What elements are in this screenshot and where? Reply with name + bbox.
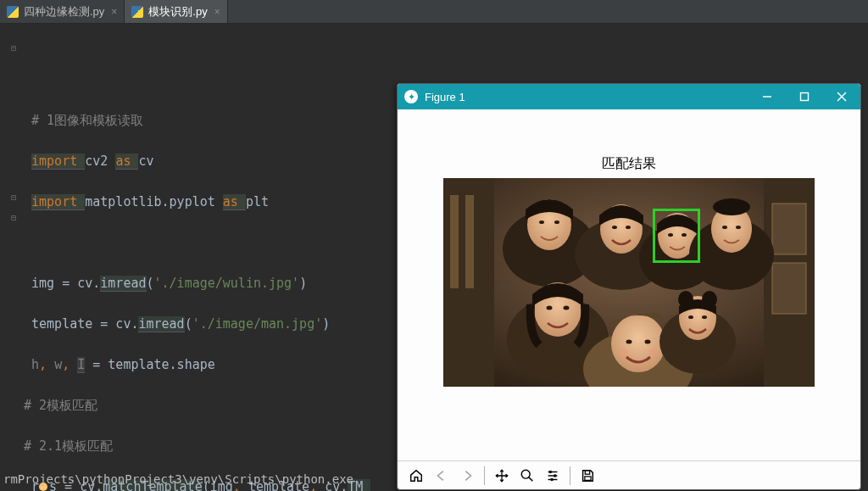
svg-point-13 xyxy=(539,220,544,224)
python-file-icon xyxy=(7,6,19,18)
svg-point-33 xyxy=(611,315,665,372)
svg-point-25 xyxy=(713,198,750,215)
svg-point-26 xyxy=(722,226,727,229)
toolbar-separator xyxy=(484,466,485,485)
close-icon[interactable]: × xyxy=(214,6,220,18)
svg-rect-53 xyxy=(585,476,591,480)
tab-label: 四种边缘检测.py xyxy=(24,4,104,20)
maximize-button[interactable] xyxy=(786,84,823,109)
svg-point-34 xyxy=(626,340,632,344)
forward-button[interactable] xyxy=(455,465,479,487)
figure-title: Figure 1 xyxy=(425,91,465,103)
save-button[interactable] xyxy=(576,465,599,487)
svg-rect-10 xyxy=(772,263,806,314)
svg-rect-7 xyxy=(465,195,474,288)
close-button[interactable] xyxy=(823,84,860,109)
svg-line-45 xyxy=(529,477,533,481)
svg-point-35 xyxy=(645,340,651,344)
toolbar-separator xyxy=(570,466,570,485)
close-icon[interactable]: × xyxy=(111,6,117,18)
home-button[interactable] xyxy=(404,465,428,487)
svg-point-17 xyxy=(612,226,617,229)
terminal-output: rmProjects\pythonProject3\venv\Scripts\p… xyxy=(0,472,353,486)
figure-body: 匹配结果 xyxy=(398,109,860,460)
svg-point-44 xyxy=(521,470,530,478)
figure-window: ✦ Figure 1 匹配结果 xyxy=(397,83,861,490)
pan-button[interactable] xyxy=(490,465,514,487)
svg-point-31 xyxy=(564,306,570,310)
svg-point-43 xyxy=(702,315,707,319)
svg-rect-9 xyxy=(772,204,806,254)
svg-rect-6 xyxy=(450,195,459,288)
configure-button[interactable] xyxy=(541,465,565,487)
detection-box xyxy=(653,209,700,263)
matplotlib-icon: ✦ xyxy=(404,90,418,103)
tab-label: 模块识别.py xyxy=(148,4,207,20)
svg-point-37 xyxy=(648,349,659,355)
figure-toolbar xyxy=(398,460,860,489)
svg-rect-1 xyxy=(801,93,809,101)
svg-point-49 xyxy=(549,470,553,473)
svg-point-51 xyxy=(550,477,554,481)
minimize-button[interactable] xyxy=(748,84,786,109)
zoom-button[interactable] xyxy=(515,465,539,487)
back-button[interactable] xyxy=(430,465,453,487)
svg-point-36 xyxy=(618,349,628,355)
python-file-icon xyxy=(131,6,143,18)
fold-handle[interactable]: ⊟ xyxy=(8,43,19,53)
svg-point-42 xyxy=(688,315,693,319)
plot-title: 匹配结果 xyxy=(602,155,656,173)
svg-point-14 xyxy=(554,220,559,224)
svg-point-30 xyxy=(547,306,553,310)
tab-file-1[interactable]: 四种边缘检测.py × xyxy=(0,0,125,23)
editor-tabs: 四种边缘检测.py × 模块识别.py × xyxy=(0,0,868,24)
fold-handle[interactable]: ⊟ xyxy=(8,192,19,203)
fold-handle[interactable]: ⊟ xyxy=(8,213,19,223)
svg-point-18 xyxy=(626,226,631,229)
svg-point-50 xyxy=(554,474,557,477)
svg-point-27 xyxy=(736,226,741,229)
figure-titlebar[interactable]: ✦ Figure 1 xyxy=(398,84,860,109)
tab-file-2[interactable]: 模块识别.py × xyxy=(125,0,227,23)
plot-image xyxy=(443,178,815,387)
